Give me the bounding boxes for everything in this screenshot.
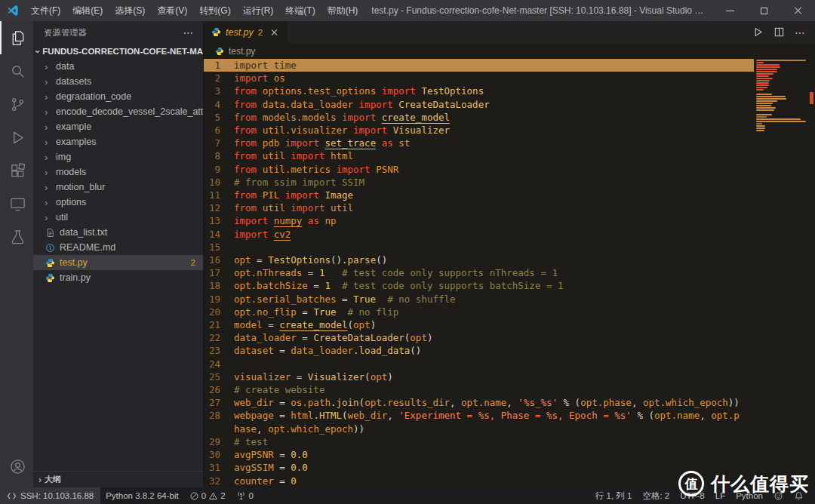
code-line[interactable]: 17opt.nThreads = 1 # test code only supp… [204, 266, 754, 279]
problems-indicator[interactable]: 0 2 [184, 487, 231, 504]
code-line[interactable]: 31avgSSIM = 0.0 [204, 461, 754, 474]
code-line[interactable]: 23dataset = data_loader.load_data() [204, 344, 754, 357]
tree-folder[interactable]: ›models [33, 164, 203, 180]
tree-file[interactable]: README.md [33, 240, 203, 255]
tree-folder[interactable]: ›util [33, 210, 203, 225]
remote-host-label: SSH: 10.103.16.88 [20, 491, 94, 500]
account-icon [9, 458, 26, 475]
code-line[interactable]: 22data_loader = CreateDataLoader(opt) [204, 331, 754, 344]
split-editor-button[interactable] [773, 26, 785, 38]
breadcrumb[interactable]: test.py [204, 43, 815, 59]
tree-folder[interactable]: ›examples [33, 134, 203, 149]
account-button[interactable] [0, 450, 33, 483]
forwarded-ports-indicator[interactable]: 0 [231, 487, 259, 504]
code-line[interactable]: 6from util.visualizer import Visualizer [204, 124, 754, 137]
code-line[interactable]: 8from util import html [204, 149, 754, 162]
outline-section[interactable]: › 大纲 [33, 471, 203, 487]
code-line[interactable]: 15 [204, 241, 754, 254]
code-line[interactable]: 24 [204, 358, 754, 370]
python-interpreter-selector[interactable]: Python 3.8.2 64-bit [100, 487, 184, 504]
code-line[interactable]: 3from options.test_options import TestOp… [204, 85, 754, 97]
tree-folder[interactable]: ›data [33, 59, 203, 74]
code-line[interactable]: 18opt.batchSize = 1 # test code only sup… [204, 279, 754, 292]
minimap-line [756, 85, 769, 86]
activity-explorer-button[interactable] [0, 21, 33, 54]
code-line[interactable]: 10# from ssim import SSIM [204, 176, 754, 189]
activity-testing-button[interactable] [0, 220, 33, 254]
editor-more-actions-button[interactable]: ⋯ [795, 26, 806, 38]
tree-file[interactable]: train.py [33, 270, 203, 285]
code-line[interactable]: 9from util.metrics import PSNR [204, 163, 754, 176]
workspace-root-label: FUNDUS-CORRECTION-COFE-NET-MASTER... [42, 47, 203, 56]
code-line[interactable]: 11from PIL import Image [204, 189, 754, 201]
code-text: opt.no_flip = True # no flip [234, 306, 740, 318]
line-number: 26 [204, 383, 234, 396]
remote-indicator[interactable]: SSH: 10.103.16.88 [0, 487, 100, 504]
menu-item[interactable]: 帮助(H) [321, 0, 364, 21]
tree-folder[interactable]: ›encode_decode_vessel_2scale_atten1... [33, 104, 203, 119]
menu-item[interactable]: 运行(R) [237, 0, 280, 21]
tree-folder[interactable]: ›motion_blur [33, 180, 203, 195]
tree-file[interactable]: test.py2 [33, 255, 203, 270]
activity-source-control-button[interactable] [0, 88, 33, 121]
tree-folder[interactable]: ›datasets [33, 74, 203, 89]
folder-name: motion_blur [56, 182, 105, 192]
code-line[interactable]: 1import time [204, 59, 754, 72]
menu-item[interactable]: 编辑(E) [66, 0, 109, 21]
code-line[interactable]: 14import cv2 [204, 228, 754, 241]
code-line[interactable]: 27web_dir = os.path.join(opt.results_dir… [204, 396, 754, 409]
code-line[interactable]: 4from data.data_loader import CreateData… [204, 98, 754, 111]
minimize-button[interactable] [713, 0, 747, 21]
activity-search-button[interactable] [0, 54, 33, 88]
tree-folder[interactable]: ›example [33, 119, 203, 134]
line-number: 15 [204, 241, 234, 254]
minimap-line [756, 87, 767, 88]
code-line[interactable]: 28webpage = html.HTML(web_dir, 'Experime… [204, 409, 754, 435]
activity-remote-explorer-button[interactable] [0, 187, 33, 220]
code-line[interactable]: 19opt.serial_batches = True # no shuffle [204, 293, 754, 306]
tab-close-button[interactable] [269, 27, 279, 38]
overview-ruler[interactable] [808, 59, 815, 487]
tree-folder[interactable]: ›degradation_code [33, 89, 203, 104]
breadcrumb-file[interactable]: test.py [229, 46, 255, 57]
code-line[interactable]: 25visualizer = Visualizer(opt) [204, 370, 754, 383]
code-line[interactable]: 7from pdb import set_trace as st [204, 137, 754, 149]
code-line[interactable]: 5from models.models import create_model [204, 111, 754, 124]
workspace-root-folder[interactable]: › FUNDUS-CORRECTION-COFE-NET-MASTER... [33, 44, 203, 59]
code-line[interactable]: 30avgPSNR = 0.0 [204, 448, 754, 461]
code-line[interactable]: 12from util import util [204, 201, 754, 214]
menu-item[interactable]: 查看(V) [151, 0, 193, 21]
code-text: web_dir = os.path.join(opt.results_dir, … [234, 396, 740, 409]
maximize-button[interactable] [747, 0, 781, 21]
code-line[interactable]: 16opt = TestOptions().parse() [204, 254, 754, 266]
line-number: 28 [204, 409, 234, 435]
code-line[interactable]: 29# test [204, 435, 754, 448]
minimap[interactable] [756, 60, 806, 132]
menu-item[interactable]: 文件(F) [25, 0, 66, 21]
menu-item[interactable]: 终端(T) [279, 0, 321, 21]
code-line[interactable]: 13import numpy as np [204, 214, 754, 227]
indentation-indicator[interactable]: 空格: 2 [637, 487, 675, 504]
code-text: # from ssim import SSIM [234, 176, 740, 189]
cursor-position[interactable]: 行 1, 列 1 [590, 487, 638, 504]
tree-folder[interactable]: ›options [33, 195, 203, 210]
tree-file[interactable]: data_list.txt [33, 225, 203, 240]
code-line[interactable]: 2import os [204, 72, 754, 85]
menu-item[interactable]: 转到(G) [193, 0, 236, 21]
code-line[interactable]: 21model = create_model(opt) [204, 318, 754, 331]
code-line[interactable]: 20opt.no_flip = True # no flip [204, 306, 754, 318]
code-line[interactable]: 26# create website [204, 383, 754, 396]
code-editor[interactable]: 1import time2import os3from options.test… [204, 59, 815, 487]
sidebar-more-actions-button[interactable]: ⋯ [183, 26, 195, 38]
ports-count: 0 [249, 491, 254, 500]
tab-test-py[interactable]: test.py 2 [204, 21, 288, 43]
code-line[interactable]: 32counter = 0 [204, 475, 754, 487]
folder-name: img [56, 152, 71, 162]
menu-item[interactable]: 选择(S) [109, 0, 151, 21]
tree-folder[interactable]: ›img [33, 149, 203, 164]
close-button[interactable] [781, 0, 815, 21]
main-area: 资源管理器 ⋯ › FUNDUS-CORRECTION-COFE-NET-MAS… [0, 21, 815, 487]
activity-run-debug-button[interactable] [0, 121, 33, 154]
activity-extensions-button[interactable] [0, 154, 33, 187]
run-file-button[interactable] [752, 26, 764, 38]
